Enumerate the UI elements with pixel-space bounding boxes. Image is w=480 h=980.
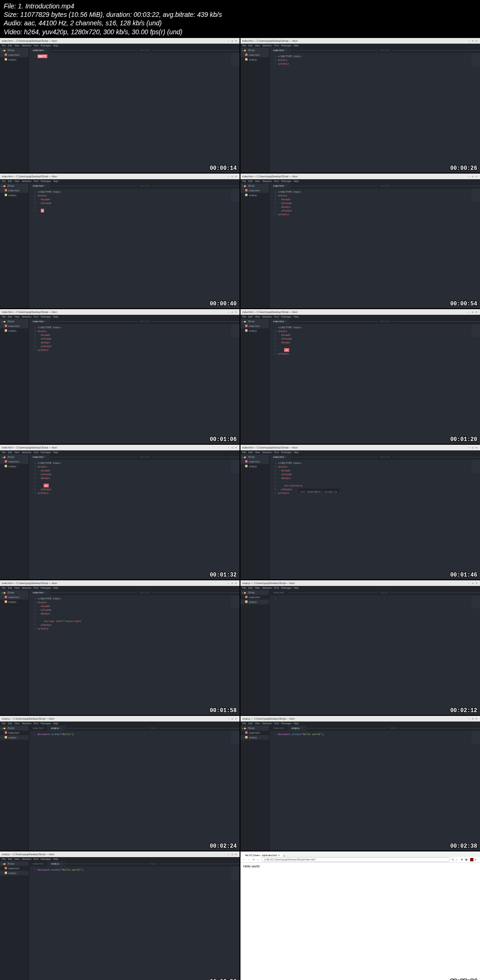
editor-pane[interactable]: index.html× index.html 1 DOCTY	[29, 48, 240, 173]
menu-view[interactable]: View	[15, 451, 20, 454]
tree-file-index[interactable]: index.html	[240, 53, 269, 57]
download-icon[interactable]: ↓	[456, 858, 459, 861]
tree-view[interactable]: JScript index.htmlscript.js	[0, 319, 29, 444]
editor-pane[interactable]: index.htmlscript.js× script.js 1 documen…	[270, 726, 480, 851]
menu-view[interactable]: View	[255, 44, 260, 47]
menubar[interactable]: FileEditViewSelectionFindPackagesHelp	[240, 450, 480, 455]
tab-index[interactable]: index.html	[29, 726, 47, 731]
menu-file[interactable]: File	[242, 722, 246, 725]
code-content[interactable]: document.write("Hello world");	[38, 868, 240, 980]
menu-view[interactable]: View	[15, 722, 20, 725]
menu-view[interactable]: View	[255, 451, 260, 454]
tab-index[interactable]: index.html×	[29, 319, 50, 324]
menubar[interactable]: FileEditViewSelectionFindPackagesHelp	[0, 586, 240, 590]
tree-view[interactable]: JScript index.htmlscript.js	[0, 590, 29, 715]
menu-packages[interactable]: Packages	[41, 451, 51, 454]
tree-file-index[interactable]: index.html	[0, 595, 29, 600]
tree-view[interactable]: JScript index.htmlscript.js	[240, 455, 270, 579]
menu-help[interactable]: Help	[53, 451, 58, 454]
menu-view[interactable]: View	[15, 315, 20, 318]
code-content[interactable]: <!DOCTYPE html><html> <head> </head> <bo…	[278, 190, 480, 307]
editor-pane[interactable]: index.html× index.html 123456 <!DOCTYPE …	[29, 183, 240, 308]
menu-help[interactable]: Help	[294, 722, 299, 725]
tree-file-index[interactable]: index.html	[0, 53, 29, 57]
tree-file-script[interactable]: script.js	[0, 464, 29, 469]
editor-pane[interactable]: index.html× index.html 12345678 <!DOCTYP…	[270, 319, 480, 444]
menu-help[interactable]: Help	[53, 180, 58, 182]
tree-file-index[interactable]: index.html	[240, 459, 269, 464]
code-editor[interactable]: 1 DOCTY	[29, 53, 240, 173]
code-content[interactable]: <!DOCTYPE html><html> <head> </head> <bo…	[38, 326, 240, 442]
menu-file[interactable]: File	[242, 586, 246, 589]
menu-selection[interactable]: Selection	[262, 451, 272, 454]
window-controls[interactable]: −□×	[468, 39, 478, 42]
window-controls[interactable]: −□×	[228, 717, 238, 720]
tab-bar[interactable]: index.htmlscript.js× script.js	[270, 726, 480, 731]
tree-file-script[interactable]: script.js	[240, 57, 269, 62]
menu-find[interactable]: Find	[274, 44, 279, 47]
menu-selection[interactable]: Selection	[22, 858, 31, 860]
tab-bar[interactable]: index.html× index.html	[29, 48, 240, 53]
tree-view[interactable]: JScript index.htmlscript.js	[240, 48, 270, 173]
tree-view[interactable]: JScript index.htmlscript.js	[0, 861, 29, 980]
tree-file-index[interactable]: index.html	[0, 188, 29, 193]
close-icon[interactable]: ×	[285, 49, 287, 52]
tree-root[interactable]: JScript	[240, 48, 269, 53]
menu-edit[interactable]: Edit	[8, 315, 12, 318]
menu-edit[interactable]: Edit	[8, 586, 12, 589]
tree-root[interactable]: JScript	[240, 183, 269, 188]
menu-edit[interactable]: Edit	[8, 451, 12, 454]
menu-help[interactable]: Help	[294, 451, 299, 454]
menu-edit[interactable]: Edit	[248, 586, 253, 589]
menu-find[interactable]: Find	[34, 586, 38, 589]
menu-find[interactable]: Find	[34, 451, 38, 454]
menu-selection[interactable]: Selection	[262, 586, 272, 589]
menu-selection[interactable]: Selection	[22, 586, 31, 589]
toolbar-icons[interactable]: 🔍 ↓ ★ ◧ ≡	[451, 858, 478, 861]
tab-bar[interactable]: index.html× index.html	[29, 455, 240, 460]
close-icon[interactable]: ×	[301, 727, 302, 729]
menu-selection[interactable]: Selection	[22, 315, 31, 318]
code-editor[interactable]: 1234567 <!DOCTYPE html><html> <head> </h…	[270, 189, 480, 308]
tree-view[interactable]: JScript index.htmlscript.js	[0, 48, 29, 173]
menu-edit[interactable]: Edit	[8, 722, 12, 725]
editor-pane[interactable]: index.html× index.html 123456789 <!DOCTY…	[270, 455, 480, 579]
forward-button[interactable]: →	[247, 858, 250, 861]
menu-packages[interactable]: Packages	[41, 44, 51, 47]
tab-index[interactable]: index.html×	[29, 455, 50, 460]
menu-help[interactable]: Help	[294, 315, 299, 318]
menu-view[interactable]: View	[15, 44, 20, 47]
menu-selection[interactable]: Selection	[22, 451, 31, 454]
menu-edit[interactable]: Edit	[8, 180, 12, 182]
tree-file-script[interactable]: script.js	[240, 600, 269, 604]
editor-pane[interactable]: index.html× index.html 1234567 <!DOCTYPE…	[270, 183, 480, 308]
tab-script[interactable]: script.js×	[288, 726, 306, 731]
menu-icon[interactable]: ≡	[475, 858, 478, 861]
tree-root[interactable]: JScript	[240, 319, 269, 324]
editor-pane[interactable]: index.html script.js 1	[270, 590, 480, 715]
close-icon[interactable]: ×	[285, 184, 287, 187]
tab-bar[interactable]: index.htmlscript.js× script.js	[29, 861, 240, 866]
tree-file-script[interactable]: script.js	[240, 464, 269, 469]
tree-file-script[interactable]: script.js	[240, 193, 269, 198]
menu-packages[interactable]: Packages	[281, 315, 292, 318]
code-content[interactable]: <!DOCTYPE html><html> <head> </head> <bo…	[38, 597, 240, 714]
menubar[interactable]: FileEditViewSelectionFindPackagesHelp	[240, 179, 480, 183]
tab-bar[interactable]: index.html× index.html	[29, 590, 240, 595]
tab-index[interactable]: index.html×	[29, 48, 50, 53]
menu-find[interactable]: Find	[274, 586, 279, 589]
close-icon[interactable]: ×	[45, 49, 46, 52]
menu-file[interactable]: File	[2, 586, 6, 589]
tree-file-index[interactable]: index.html	[0, 730, 29, 735]
code-editor[interactable]: 1	[270, 595, 480, 715]
window-controls[interactable]: −□×	[228, 39, 238, 42]
tab-bar[interactable]: index.html× index.html	[270, 319, 480, 324]
close-icon[interactable]: ×	[278, 854, 280, 857]
menu-packages[interactable]: Packages	[41, 586, 51, 589]
menu-file[interactable]: File	[2, 44, 6, 47]
menu-edit[interactable]: Edit	[248, 44, 253, 47]
menubar[interactable]: FileEditViewSelectionFindPackagesHelp	[0, 179, 240, 183]
tree-root[interactable]: JScript	[0, 590, 29, 595]
tab-index[interactable]: index.html	[29, 861, 47, 866]
tab-bar[interactable]: index.html× index.html	[29, 319, 240, 324]
